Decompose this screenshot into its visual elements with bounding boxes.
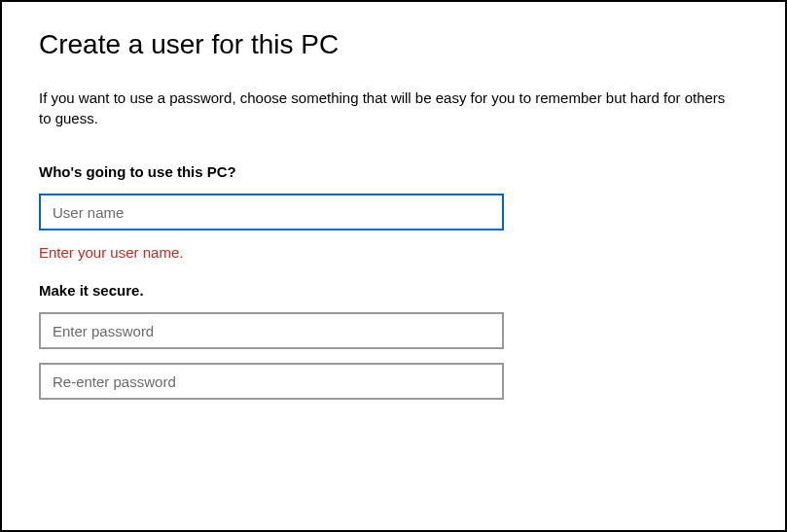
password-section: Make it secure. <box>39 282 748 400</box>
page-title: Create a user for this PC <box>39 29 748 60</box>
username-error: Enter your user name. <box>39 244 748 261</box>
password-label: Make it secure. <box>39 282 748 299</box>
confirm-password-input[interactable] <box>39 363 504 400</box>
username-section: Who's going to use this PC? Enter your u… <box>39 163 748 261</box>
username-label: Who's going to use this PC? <box>39 163 748 180</box>
password-input[interactable] <box>39 312 504 349</box>
username-input[interactable] <box>39 194 504 231</box>
description-text: If you want to use a password, choose so… <box>39 88 739 128</box>
